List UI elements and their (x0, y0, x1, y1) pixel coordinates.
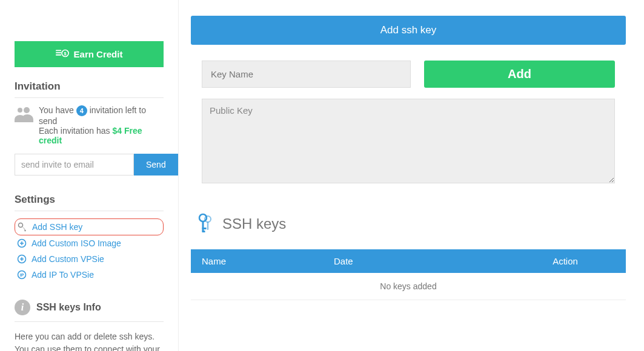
plus-circle-icon (17, 238, 27, 248)
svg-rect-17 (207, 221, 208, 230)
svg-point-7 (19, 223, 23, 228)
coins-icon: $ (56, 48, 69, 61)
settings-item-add-vpsie[interactable]: Add Custom VPSie (15, 251, 164, 267)
key-name-input[interactable] (202, 61, 411, 88)
svg-rect-2 (56, 54, 61, 56)
earn-credit-button[interactable]: $ Earn Credit (15, 41, 164, 67)
main-content: Add ssh key Add SSH keys Name Date Actio… (179, 0, 644, 351)
svg-text:$: $ (64, 51, 66, 56)
sidebar: $ Earn Credit Invitation You have 4 invi… (0, 0, 179, 351)
ip-circle-icon: IP (17, 270, 27, 280)
ssh-keys-heading: SSH keys (191, 213, 626, 235)
settings-link-add-iso[interactable]: Add Custom ISO Image (32, 238, 121, 248)
info-text: Here you can add or delete ssh keys. You… (15, 330, 164, 351)
svg-rect-15 (202, 231, 205, 232)
svg-rect-14 (202, 228, 207, 229)
invitation-line2: Each invitation has $4 Free credit (39, 126, 164, 145)
earn-credit-label: Earn Credit (74, 49, 123, 59)
invite-email-input[interactable] (15, 154, 134, 176)
info-title: SSH keys Info (36, 302, 101, 313)
settings-link-add-ssh[interactable]: Add SSH key (32, 222, 82, 232)
empty-message: No keys added (191, 273, 626, 300)
settings-title: Settings (15, 194, 164, 211)
key-icon (18, 222, 27, 232)
svg-rect-0 (56, 50, 61, 51)
svg-rect-1 (56, 52, 61, 53)
invite-row: Send (15, 154, 164, 176)
col-action: Action (505, 249, 626, 273)
public-key-textarea[interactable] (202, 99, 615, 183)
col-name: Name (191, 249, 323, 273)
table-empty-row: No keys added (191, 273, 626, 300)
settings-link-add-vpsie[interactable]: Add Custom VPSie (32, 254, 104, 264)
col-date: Date (323, 249, 505, 273)
info-icon: i (15, 300, 30, 315)
svg-point-6 (24, 107, 30, 113)
add-key-button[interactable]: Add (424, 61, 615, 88)
settings-link-add-ip[interactable]: Add IP To VPSie (32, 270, 94, 280)
ssh-keys-title: SSH keys (222, 215, 286, 232)
settings-item-add-ip[interactable]: IP Add IP To VPSie (15, 267, 164, 283)
invitation-title: Invitation (15, 80, 164, 98)
invitation-count-badge: 4 (76, 105, 87, 116)
people-icon (15, 105, 34, 122)
settings-list: Add SSH key Add Custom ISO Image Add Cus… (15, 218, 164, 283)
add-ssh-key-header: Add ssh key (191, 16, 626, 45)
settings-item-add-ssh[interactable]: Add SSH key (15, 218, 164, 235)
plus-circle-icon (17, 254, 27, 264)
ssh-keys-table: Name Date Action No keys added (191, 249, 626, 300)
svg-text:IP: IP (20, 273, 24, 277)
info-header: i SSH keys Info (15, 300, 164, 322)
send-invite-button[interactable]: Send (134, 154, 178, 176)
add-key-form: Add (191, 61, 626, 198)
settings-item-add-iso[interactable]: Add Custom ISO Image (15, 235, 164, 251)
invitation-block: You have 4 invitation left to send Each … (15, 105, 164, 145)
table-header-row: Name Date Action (191, 249, 626, 273)
svg-point-5 (18, 108, 22, 113)
svg-rect-13 (202, 221, 204, 232)
keys-icon (197, 213, 214, 235)
invitation-line1: You have 4 invitation left to send (39, 105, 164, 126)
